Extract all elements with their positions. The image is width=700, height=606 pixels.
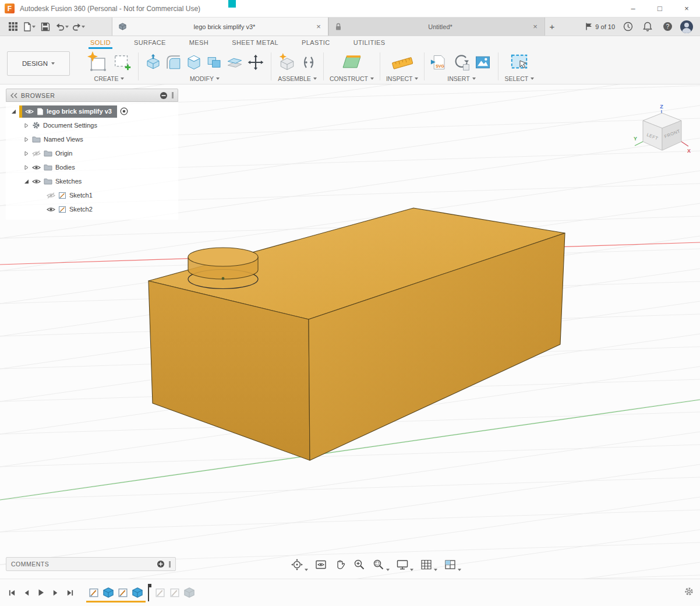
tab-close-icon[interactable]: × — [314, 22, 323, 31]
undo-button[interactable] — [55, 20, 69, 34]
canvas-icon[interactable] — [473, 53, 492, 72]
zoom-button[interactable] — [352, 558, 366, 572]
browser-item-bodies[interactable]: Bodies — [6, 160, 178, 174]
insert-svg-icon[interactable]: SVG — [430, 53, 449, 72]
timeline-play-button[interactable] — [35, 586, 47, 599]
close-button[interactable]: × — [673, 0, 700, 17]
group-modify-button[interactable]: MODIFY — [190, 75, 220, 82]
selection-highlight[interactable]: lego brick simplify v3 — [19, 105, 117, 118]
tab-mesh[interactable]: MESH — [188, 37, 210, 49]
construction-plane-icon[interactable] — [340, 51, 363, 74]
offset-face-icon[interactable] — [226, 54, 243, 71]
shell-icon[interactable] — [185, 54, 203, 71]
collapsed-arrow-icon[interactable] — [23, 165, 29, 170]
panel-resize-handle[interactable] — [172, 92, 174, 98]
user-avatar[interactable] — [680, 20, 693, 33]
expanded-arrow-icon[interactable] — [10, 109, 16, 114]
browser-item-origin[interactable]: Origin — [6, 146, 178, 160]
press-pull-icon[interactable] — [144, 54, 162, 71]
timeline-feature-extrude[interactable] — [132, 587, 143, 598]
browser-header[interactable]: BROWSER — [6, 89, 178, 102]
visibility-eye-icon[interactable] — [32, 164, 41, 171]
browser-item-named-views[interactable]: Named Views — [6, 132, 178, 146]
help-button[interactable]: ? — [660, 20, 674, 34]
viewports-button[interactable] — [443, 558, 462, 572]
pan-button[interactable] — [333, 558, 347, 572]
visibility-eye-icon[interactable] — [47, 206, 55, 213]
move-copy-icon[interactable] — [246, 53, 265, 72]
redo-button[interactable] — [71, 20, 85, 34]
file-menu-button[interactable] — [22, 20, 36, 34]
stud-top-face[interactable] — [188, 248, 258, 266]
measure-icon[interactable] — [391, 51, 414, 74]
add-comment-icon[interactable] — [157, 560, 165, 568]
job-status-button[interactable] — [621, 20, 635, 34]
visibility-hidden-eye-icon[interactable] — [32, 150, 41, 157]
display-settings-button[interactable] — [395, 558, 414, 572]
fit-button[interactable] — [372, 558, 390, 572]
timeline-feature-extrude[interactable] — [102, 587, 114, 598]
tab-sheet-metal[interactable]: SHEET METAL — [230, 37, 280, 49]
orbit-button[interactable] — [290, 558, 309, 572]
visibility-eye-icon[interactable] — [25, 108, 34, 115]
browser-item-document-settings[interactable]: Document Settings — [6, 118, 178, 132]
version-indicator[interactable]: 9 of 10 — [585, 22, 615, 31]
look-at-button[interactable] — [314, 558, 328, 572]
browser-item-sketches[interactable]: Sketches — [6, 174, 178, 188]
viewport[interactable]: BROWSER — [0, 84, 700, 579]
group-inspect-button[interactable]: INSPECT — [386, 75, 419, 82]
timeline-feature-sketch[interactable] — [169, 587, 181, 598]
notifications-button[interactable] — [641, 20, 655, 34]
browser-item-sketch2[interactable]: Sketch2 — [6, 202, 178, 216]
group-construct-button[interactable]: CONSTRUCT — [330, 75, 374, 82]
collapsed-arrow-icon[interactable] — [23, 151, 29, 156]
tab-utilities[interactable]: UTILITIES — [352, 37, 387, 49]
comments-bar[interactable]: COMMENTS — [6, 557, 176, 571]
group-create-button[interactable]: CREATE — [94, 75, 125, 82]
timeline-position-marker[interactable] — [146, 583, 151, 602]
create-form-icon[interactable] — [112, 52, 132, 72]
lego-brick-body[interactable] — [149, 208, 565, 460]
timeline-feature-track[interactable] — [88, 585, 195, 600]
collapse-panel-icon[interactable] — [10, 93, 17, 98]
comments-resize-handle[interactable] — [169, 561, 171, 568]
timeline-feature-sketch[interactable] — [88, 587, 100, 598]
new-tab-button[interactable]: + — [545, 20, 559, 34]
insert-derive-icon[interactable] — [452, 53, 471, 72]
browser-item-sketch1[interactable]: Sketch1 — [6, 188, 178, 202]
timeline-feature-extrude[interactable] — [183, 587, 195, 598]
joint-icon[interactable] — [300, 54, 317, 71]
timeline-feature-sketch[interactable] — [154, 587, 166, 598]
workspace-selector[interactable]: DESIGN — [7, 51, 70, 76]
activate-component-icon[interactable] — [120, 107, 128, 115]
create-sketch-icon[interactable] — [86, 51, 109, 74]
save-button[interactable] — [38, 20, 52, 34]
collapsed-arrow-icon[interactable] — [23, 123, 29, 128]
timeline-step-back-button[interactable] — [20, 586, 32, 599]
browser-root-row[interactable]: lego brick simplify v3 — [6, 104, 178, 118]
visibility-eye-icon[interactable] — [32, 178, 41, 185]
collapse-all-icon[interactable] — [160, 91, 168, 100]
timeline-feature-sketch[interactable] — [117, 587, 129, 598]
tab-surface[interactable]: SURFACE — [132, 37, 168, 49]
new-component-icon[interactable] — [277, 52, 297, 72]
document-tab-active[interactable]: lego brick simplify v3* × — [112, 17, 328, 36]
minimize-button[interactable]: – — [620, 0, 646, 17]
group-insert-button[interactable]: INSERT — [447, 75, 475, 82]
select-icon[interactable] — [510, 52, 529, 72]
tab-plastic[interactable]: PLASTIC — [300, 37, 332, 49]
visibility-hidden-eye-icon[interactable] — [47, 192, 55, 199]
tab-solid[interactable]: SOLID — [89, 37, 112, 49]
maximize-button[interactable]: □ — [646, 0, 673, 17]
app-grid-icon[interactable] — [6, 20, 20, 34]
sketch-center-point[interactable] — [222, 277, 225, 280]
grid-snap-button[interactable] — [419, 558, 438, 572]
fillet-icon[interactable] — [165, 54, 182, 71]
group-assemble-button[interactable]: ASSEMBLE — [278, 75, 317, 82]
expanded-arrow-icon[interactable] — [23, 179, 29, 184]
timeline-settings-button[interactable] — [684, 586, 694, 599]
tab-close-icon[interactable]: × — [531, 22, 540, 31]
timeline-go-to-end-button[interactable] — [64, 586, 76, 599]
group-select-button[interactable]: SELECT — [504, 75, 534, 82]
collapsed-arrow-icon[interactable] — [23, 137, 29, 142]
